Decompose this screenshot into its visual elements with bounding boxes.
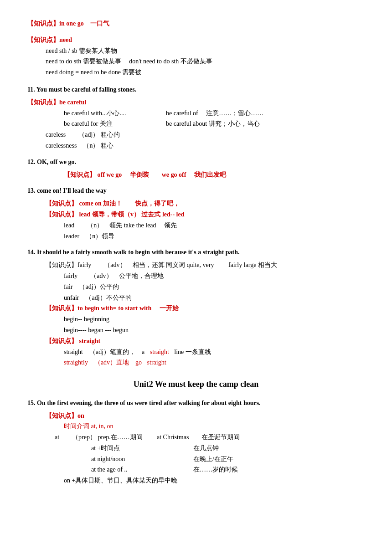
carelessness: carelessness （n） 粗心: [46, 140, 365, 151]
be-careful-of: be careful of 注意……；留心……: [166, 108, 263, 119]
knowledge-lead: 【知识点】 lead 领导，带领（v） 过去式 led-- led: [46, 209, 365, 220]
item13-title: 13. come on! I'll lead the way: [27, 185, 365, 196]
straight-adj-row: straight （adj）笔直的， a straight line 一条直线: [64, 347, 365, 358]
section-item13: 13. come on! I'll lead the way 【知识点】 com…: [27, 185, 365, 241]
be-careful-with: be careful with...小心....: [64, 108, 164, 119]
knowledge-fairly: 【知识点】fairly （adv） 相当，还算 同义词 quite, very …: [46, 260, 365, 271]
knowledge-off-we-go: 【知识点】 off we go 半倒装 we go off 我们出发吧: [64, 169, 365, 180]
need-line3: need doing = need to be done 需要被: [46, 67, 365, 78]
time-prep: 时间介词 at, in, on: [64, 421, 365, 432]
straight-line-rest: line 一条直线: [174, 347, 211, 358]
fair-adj: fair （adj）公平的: [64, 282, 365, 292]
straight-adj-text: straight （adj）笔直的， a: [64, 347, 144, 358]
begin-beginning: begin-- beginning: [64, 314, 365, 325]
section-item12: 12. OK, off we go. 【知识点】 off we go 半倒装 w…: [27, 157, 365, 180]
section-need: 【知识点】need need sth / sb 需要某人某物 need to d…: [27, 35, 365, 78]
item12-title: 12. OK, off we go.: [27, 157, 365, 168]
begin-began-begun: begin---- began --- begun: [64, 325, 365, 336]
straightly-adv-text: straightly （adv）直地 go: [64, 357, 142, 368]
section-item11: 11. You must be careful of falling stone…: [27, 84, 365, 151]
unit2-title: Unit2 We must keep the camp clean: [27, 377, 365, 391]
knowledge-to-begin-with: 【知识点】to begin with= to start with 一开始: [46, 303, 365, 314]
at-age-val: 在……岁的时候: [193, 464, 238, 475]
be-careful-row2: be careful for 关注 be careful about 讲究；小心…: [64, 118, 365, 129]
be-careful-row1: be careful with...小心.... be careful of 注…: [64, 108, 365, 119]
be-careful-rows: be careful with...小心.... be careful of 注…: [64, 108, 365, 130]
straightly-go-word: straight: [147, 357, 166, 368]
section-item15: 15. On the first evening, the three of u…: [27, 398, 365, 486]
page-content: 【知识点】in one go 一口气 【知识点】need need sth / …: [27, 18, 365, 486]
at-christmas: at Christmas 在圣诞节期间: [157, 432, 240, 443]
at-row3: at night/noon 在晚上/在正午: [55, 454, 365, 465]
item11-title: 11. You must be careful of falling stone…: [27, 84, 365, 95]
at-section: at （prep） prep.在……期间 at Christmas 在圣诞节期间…: [55, 432, 365, 475]
at-time: at +时间点: [91, 443, 191, 454]
straightly-adv-row: straightly （adv）直地 go straight: [64, 357, 365, 368]
at-prep: at （prep） prep.在……期间: [55, 432, 155, 443]
knowledge-be-careful: 【知识点】be careful: [27, 97, 365, 108]
lead-n: lead （n） 领先 take the lead 领先: [64, 220, 365, 231]
at-night-noon: at night/noon: [91, 454, 191, 465]
need-line2: need to do sth 需要被做某事 don't need to do s…: [46, 56, 365, 67]
knowledge-need: 【知识点】need: [27, 35, 365, 46]
at-row4: at the age of .. 在……岁的时候: [55, 464, 365, 475]
be-careful-about: be careful about 讲究；小心，当心: [166, 118, 260, 129]
item14-title: 14. It should be a fairly smooth walk to…: [27, 247, 365, 258]
leader-n: leader （n）领导: [64, 231, 365, 242]
straight-line-word: straight: [150, 347, 169, 358]
on-desc: on +具体日期、节日、具体某天的早中晚: [64, 475, 365, 486]
at-age: at the age of ..: [91, 464, 191, 475]
knowledge-come-on: 【知识点】 come on 加油！ 快点，得了吧，: [46, 198, 365, 209]
need-line1: need sth / sb 需要某人某物: [46, 46, 365, 56]
section-item14: 14. It should be a fairly smooth walk to…: [27, 247, 365, 368]
be-careful-for: be careful for 关注: [64, 118, 164, 129]
unfair-adj: unfair （adj）不公平的: [64, 292, 365, 303]
item15-title: 15. On the first evening, the three of u…: [27, 398, 365, 409]
need-line2-b: don't need to do sth 不必做某事: [129, 58, 212, 65]
at-row2: at +时间点 在几点钟: [55, 443, 365, 454]
knowledge-straight-label: 【知识点】 straight: [46, 336, 365, 347]
fairly-adv: fairly （adv） 公平地，合理地: [64, 271, 365, 282]
knowledge-on: 【知识点】on: [46, 410, 365, 421]
knowledge-in-one-go: 【知识点】in one go 一口气: [27, 18, 365, 29]
at-time-val: 在几点钟: [193, 443, 219, 454]
need-line2-a: need to do sth 需要被做某事: [46, 58, 121, 65]
at-night-noon-val: 在晚上/在正午: [193, 454, 233, 465]
careless: careless （adj） 粗心的: [46, 129, 365, 140]
at-row1: at （prep） prep.在……期间 at Christmas 在圣诞节期间: [55, 432, 365, 443]
section-in-one-go: 【知识点】in one go 一口气: [27, 18, 365, 29]
